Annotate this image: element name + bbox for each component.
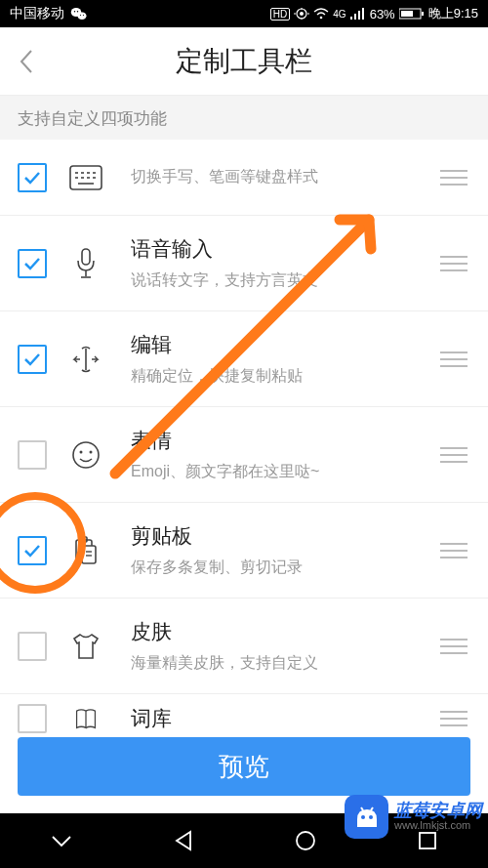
watermark-logo-icon	[345, 795, 388, 839]
row-title: 语音输入	[131, 235, 437, 263]
row-title: 表情	[131, 427, 437, 454]
eye-icon	[294, 8, 309, 20]
shirt-icon	[66, 632, 105, 661]
svg-point-1	[78, 13, 87, 21]
svg-point-47	[369, 815, 373, 819]
preview-label: 预览	[219, 750, 269, 784]
svg-point-44	[297, 832, 314, 849]
row-desc: 精确定位，快捷复制粘贴	[131, 366, 437, 387]
watermark-url: www.lmkjst.com	[394, 820, 482, 832]
drag-handle-icon[interactable]	[437, 256, 470, 271]
checkbox[interactable]	[18, 440, 47, 470]
svg-point-36	[80, 450, 83, 453]
svg-point-6	[83, 15, 84, 16]
status-right: HD 4G 63% 晚上9:15	[270, 5, 478, 22]
svg-point-37	[90, 450, 93, 453]
svg-point-4	[77, 11, 79, 13]
checkbox[interactable]	[18, 249, 47, 278]
status-bar: 中国移动 HD 4G 63% 晚上9:15	[0, 0, 488, 27]
row-desc: Emoji、颜文字都在这里哒~	[131, 462, 437, 482]
hd-badge: HD	[270, 8, 290, 21]
dictionary-icon	[66, 708, 105, 729]
list-item[interactable]: 表情 Emoji、颜文字都在这里哒~	[0, 407, 488, 503]
svg-rect-17	[362, 8, 364, 20]
feature-list: 切换手写、笔画等键盘样式 语音输入 说话转文字，支持方言英文 编辑 精确定位，快…	[0, 140, 488, 743]
checkbox[interactable]	[18, 632, 47, 661]
drag-handle-icon[interactable]	[437, 351, 470, 367]
wifi-icon	[313, 8, 329, 20]
svg-rect-19	[401, 11, 413, 17]
time-label: 晚上9:15	[428, 5, 478, 22]
microphone-icon	[66, 247, 105, 280]
row-title: 编辑	[131, 331, 437, 358]
watermark: 蓝莓安卓网 www.lmkjst.com	[345, 795, 482, 839]
clipboard-icon	[66, 536, 105, 565]
row-desc: 保存多条复制、剪切记录	[131, 558, 437, 578]
nav-home-button[interactable]	[276, 821, 335, 860]
svg-rect-14	[350, 17, 352, 20]
emoji-icon	[66, 440, 105, 470]
row-desc: 切换手写、笔画等键盘样式	[131, 167, 437, 187]
list-item[interactable]: 语音输入 说话转文字，支持方言英文	[0, 216, 488, 311]
svg-point-35	[73, 442, 99, 468]
row-title: 剪贴板	[131, 522, 437, 550]
cursor-icon	[66, 345, 105, 374]
svg-marker-43	[177, 832, 190, 849]
checkbox[interactable]	[18, 536, 47, 565]
svg-rect-15	[354, 14, 356, 20]
checkbox[interactable]	[18, 704, 47, 733]
signal-icon	[350, 8, 366, 20]
drag-handle-icon[interactable]	[437, 711, 470, 726]
carrier-label: 中国移动	[10, 5, 64, 22]
svg-line-49	[371, 807, 373, 810]
svg-point-13	[320, 17, 323, 20]
svg-point-8	[300, 12, 304, 16]
drag-handle-icon[interactable]	[437, 447, 470, 463]
checkbox[interactable]	[18, 345, 47, 374]
drag-handle-icon[interactable]	[437, 170, 470, 186]
keyboard-icon	[66, 165, 105, 190]
svg-rect-20	[422, 12, 424, 16]
svg-point-5	[80, 15, 81, 16]
back-button[interactable]	[16, 27, 37, 95]
row-desc: 说话转文字，支持方言英文	[131, 270, 437, 291]
subtitle: 支持自定义四项功能	[0, 96, 488, 140]
drag-handle-icon[interactable]	[437, 639, 470, 654]
svg-rect-21	[70, 166, 102, 189]
watermark-title: 蓝莓安卓网	[394, 802, 482, 820]
battery-icon	[399, 8, 425, 20]
row-title: 词库	[131, 705, 437, 732]
status-left: 中国移动	[10, 5, 88, 22]
list-item[interactable]: 词库	[0, 694, 488, 743]
list-item[interactable]: 剪贴板 保存多条复制、剪切记录	[0, 503, 488, 599]
list-item[interactable]: 皮肤 海量精美皮肤，支持自定义	[0, 599, 488, 694]
drag-handle-icon[interactable]	[437, 543, 470, 558]
page-title: 定制工具栏	[176, 43, 312, 80]
svg-rect-16	[358, 11, 360, 20]
row-desc: 海量精美皮肤，支持自定义	[131, 653, 437, 674]
nav-menu-button[interactable]	[32, 821, 91, 860]
svg-rect-31	[82, 249, 90, 265]
net-label: 4G	[333, 9, 346, 20]
title-bar: 定制工具栏	[0, 27, 488, 96]
svg-line-48	[361, 807, 363, 810]
list-item[interactable]: 编辑 精确定位，快捷复制粘贴	[0, 311, 488, 407]
svg-point-3	[74, 11, 76, 13]
checkbox[interactable]	[18, 163, 47, 192]
wechat-icon	[70, 6, 88, 21]
nav-back-button[interactable]	[154, 821, 213, 860]
battery-label: 63%	[370, 7, 395, 21]
svg-point-46	[361, 815, 365, 819]
preview-button[interactable]: 预览	[18, 737, 470, 796]
list-item[interactable]: 切换手写、笔画等键盘样式	[0, 140, 488, 216]
svg-rect-40	[82, 546, 96, 563]
row-title: 皮肤	[131, 618, 437, 645]
